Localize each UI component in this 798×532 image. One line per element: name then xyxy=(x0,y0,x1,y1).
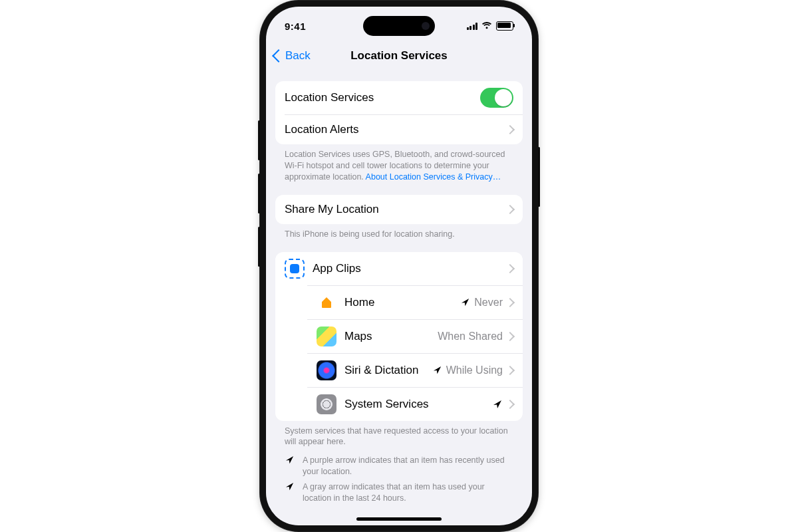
wifi-icon xyxy=(481,21,492,31)
row-app-clips[interactable]: App Clips xyxy=(275,252,523,285)
row-label: Siri & Dictation xyxy=(344,364,418,377)
row-detail: While Using xyxy=(446,364,503,376)
row-siri-dictation[interactable]: Siri & Dictation While Using xyxy=(307,353,523,387)
maps-icon xyxy=(317,327,336,346)
status-time: 9:41 xyxy=(285,21,306,32)
group-apps: App Clips Home Never Maps xyxy=(275,252,523,421)
location-arrow-icon xyxy=(492,399,503,410)
group-share-location: Share My Location xyxy=(275,195,523,224)
chevron-left-icon xyxy=(272,49,285,63)
row-label: Maps xyxy=(344,330,372,343)
chevron-right-icon xyxy=(505,125,515,134)
screen: 9:41 Back Location Services Location Se xyxy=(266,7,532,525)
app-clips-icon xyxy=(285,259,305,279)
group-location-services: Location Services Location Alerts xyxy=(275,81,523,144)
row-detail: When Shared xyxy=(438,331,503,342)
row-label: Location Services xyxy=(285,91,374,104)
content: Location Services Location Alerts Locati… xyxy=(266,69,532,525)
row-location-alerts[interactable]: Location Alerts xyxy=(285,114,523,144)
legend-gray: A gray arrow indicates that an item has … xyxy=(275,479,523,506)
row-label: Share My Location xyxy=(285,203,379,216)
row-location-services[interactable]: Location Services xyxy=(275,81,523,114)
dynamic-island xyxy=(363,16,435,36)
footnote-share-location: This iPhone is being used for location s… xyxy=(275,224,523,240)
row-system-services[interactable]: System Services xyxy=(307,387,523,421)
location-arrow-icon xyxy=(285,455,295,477)
row-detail: Never xyxy=(474,297,503,309)
home-icon xyxy=(317,293,336,313)
legend-purple: A purple arrow indicates that an item ha… xyxy=(275,453,523,479)
chevron-right-icon xyxy=(505,399,515,408)
phone-frame: 9:41 Back Location Services Location Se xyxy=(260,1,538,531)
back-button[interactable]: Back xyxy=(274,49,311,63)
battery-icon xyxy=(496,21,513,31)
row-label: Location Alerts xyxy=(285,123,359,136)
location-arrow-icon xyxy=(285,481,295,504)
row-label: Home xyxy=(344,296,374,309)
row-share-my-location[interactable]: Share My Location xyxy=(275,195,523,224)
siri-icon xyxy=(317,360,336,380)
nav-bar: Back Location Services xyxy=(266,43,532,69)
chevron-right-icon xyxy=(505,365,515,374)
location-arrow-icon xyxy=(432,365,442,375)
chevron-right-icon xyxy=(505,331,515,340)
row-home[interactable]: Home Never xyxy=(307,285,523,319)
chevron-right-icon xyxy=(505,263,515,273)
page-title: Location Services xyxy=(350,49,448,63)
row-label: App Clips xyxy=(313,262,361,275)
home-indicator[interactable] xyxy=(356,517,442,521)
cellular-icon xyxy=(467,23,478,30)
row-maps[interactable]: Maps When Shared xyxy=(307,319,523,353)
footnote-location-services: Location Services uses GPS, Bluetooth, a… xyxy=(275,144,523,183)
chevron-right-icon xyxy=(505,297,515,307)
row-label: System Services xyxy=(344,398,429,411)
back-label: Back xyxy=(285,49,311,63)
location-arrow-icon xyxy=(460,297,470,307)
chevron-right-icon xyxy=(505,205,515,214)
system-services-icon xyxy=(317,394,336,414)
footnote-system-services: System services that have requested acce… xyxy=(275,421,523,448)
location-services-toggle[interactable] xyxy=(480,88,513,108)
about-location-privacy-link[interactable]: About Location Services & Privacy… xyxy=(366,172,501,182)
